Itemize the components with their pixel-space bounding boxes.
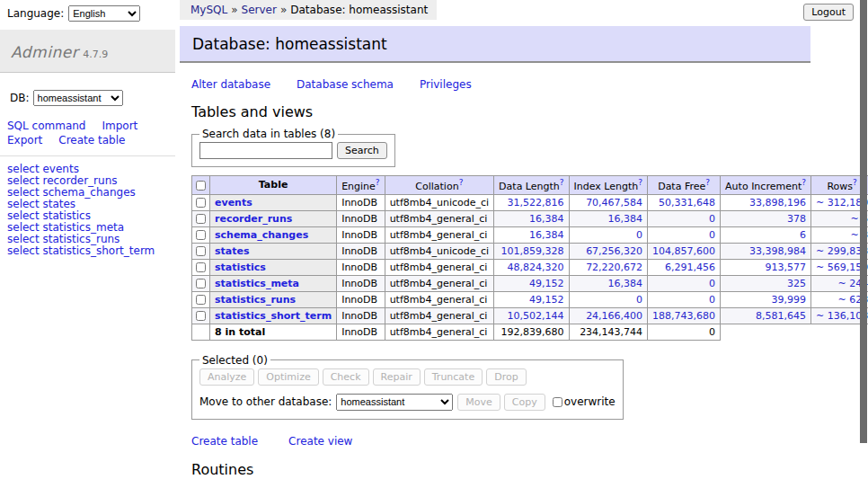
search-button[interactable]: Search [337, 142, 387, 159]
engine-cell: InnoDB [337, 291, 385, 307]
db-selector-row: DB:homeassistant [10, 90, 168, 106]
app-brand: Adminer4.7.9 [0, 30, 175, 73]
language-row: Language:English [0, 0, 175, 22]
action-link-database-schema[interactable]: Database schema [297, 78, 394, 91]
collation-cell: utf8mb4_unicode_ci [385, 194, 493, 210]
auto-increment-cell: 378 [721, 210, 811, 226]
total-engine-cell: InnoDB [337, 324, 385, 340]
logout-button[interactable]: Logout [803, 4, 854, 21]
search-input[interactable] [199, 142, 332, 159]
search-legend: Search data in tables (8) [199, 128, 338, 140]
sidebar-select-states[interactable]: select states [7, 199, 175, 210]
collation-cell: utf8mb4_unicode_ci [385, 243, 493, 259]
breadcrumb-separator: » [280, 4, 287, 16]
sidebar-select-statistics[interactable]: select statistics [7, 210, 175, 222]
index-length-cell: 16,384 [569, 210, 648, 226]
table-row: statistics_runsInnoDButf8mb4_general_ci4… [192, 291, 868, 307]
engine-cell: InnoDB [337, 275, 385, 291]
table-link-statistics_runs[interactable]: statistics_runs [215, 294, 296, 306]
table-row: schema_changesInnoDButf8mb4_general_ci16… [192, 226, 868, 243]
table-name-cell: statistics_short_term [210, 307, 337, 324]
index-length-cell: 0 [569, 291, 648, 307]
data-free-cell: 104,857,600 [648, 243, 721, 259]
vertical-scrollbar[interactable] [860, 0, 867, 443]
sidebar-link-sql-command[interactable]: SQL command [7, 120, 85, 132]
database-action-links: Alter databaseDatabase schemaPrivileges [191, 78, 810, 91]
action-link-privileges[interactable]: Privileges [420, 78, 472, 91]
help-question-icon[interactable]: ? [459, 178, 464, 187]
row-checkbox[interactable] [196, 214, 206, 224]
row-checkbox-cell [192, 259, 210, 275]
drop-button[interactable]: Drop [486, 368, 526, 386]
optimize-button[interactable]: Optimize [258, 368, 318, 386]
total-data-free-cell: 0 [648, 324, 721, 340]
sidebar-select-statistics_short_term[interactable]: select statistics_short_term [7, 245, 175, 257]
column-header-table: Table [210, 176, 337, 195]
breadcrumb-separator: » [231, 4, 237, 16]
table-link-statistics_short_term[interactable]: statistics_short_term [215, 310, 332, 322]
help-question-icon[interactable]: ? [705, 178, 710, 187]
analyze-button[interactable]: Analyze [199, 368, 254, 386]
help-question-icon[interactable]: ? [853, 178, 857, 187]
sidebar-link-create-table[interactable]: Create table [58, 134, 125, 146]
db-select[interactable]: homeassistant [33, 90, 123, 106]
table-link-events[interactable]: events [215, 197, 252, 209]
language-select[interactable]: English [68, 5, 140, 22]
truncate-button[interactable]: Truncate [424, 368, 483, 386]
breadcrumb: MySQL»Server»Database: homeassistant [180, 0, 437, 20]
help-question-icon[interactable]: ? [638, 178, 642, 187]
table-link-statistics[interactable]: statistics [215, 262, 266, 273]
routines-heading: Routines [191, 461, 810, 478]
table-link-states[interactable]: states [215, 245, 250, 257]
sidebar-select-statistics_runs[interactable]: select statistics_runs [7, 234, 175, 245]
move-db-select[interactable]: homeassistant [336, 394, 453, 411]
sidebar-link-export[interactable]: Export [7, 134, 42, 146]
repair-button[interactable]: Repair [373, 368, 421, 386]
data-length-cell: 16,384 [494, 226, 569, 243]
help-question-icon[interactable]: ? [560, 178, 564, 187]
row-checkbox[interactable] [196, 246, 206, 256]
row-checkbox[interactable] [196, 279, 206, 288]
table-link-recorder_runs[interactable]: recorder_runs [215, 213, 292, 225]
db-label: DB: [10, 92, 30, 104]
help-question-icon[interactable]: ? [802, 178, 806, 187]
overwrite-checkbox[interactable] [553, 397, 562, 407]
sidebar-select-statistics_meta[interactable]: select statistics_meta [7, 222, 175, 234]
row-checkbox[interactable] [196, 295, 206, 305]
engine-cell: InnoDB [337, 259, 385, 275]
sidebar-select-schema_changes[interactable]: select schema_changes [7, 187, 175, 199]
row-checkbox-cell [192, 275, 210, 291]
copy-button[interactable]: Copy [504, 394, 545, 411]
main-content: Alter databaseDatabase schemaPrivileges … [180, 78, 810, 488]
move-row: Move to other database:homeassistantMove… [199, 394, 616, 411]
breadcrumb-link-server[interactable]: Server [242, 4, 277, 16]
data-free-cell: 0 [648, 210, 721, 226]
link-create-table[interactable]: Create table [191, 435, 258, 448]
row-checkbox[interactable] [196, 311, 206, 321]
link-create-view[interactable]: Create view [288, 435, 352, 448]
row-checkbox[interactable] [196, 230, 206, 240]
breadcrumb-link-mysql[interactable]: MySQL [190, 4, 227, 16]
row-checkbox[interactable] [196, 198, 206, 208]
help-question-icon[interactable]: ? [376, 178, 380, 187]
column-header-collation: Collation? [385, 176, 493, 195]
row-checkbox-cell [192, 291, 210, 307]
move-button[interactable]: Move [457, 394, 500, 411]
sidebar-quick-links: SQL commandImportExportCreate table [7, 120, 168, 147]
action-link-alter-database[interactable]: Alter database [191, 78, 270, 91]
table-link-statistics_meta[interactable]: statistics_meta [215, 278, 299, 289]
column-header-engine: Engine? [337, 176, 385, 195]
data-length-cell: 16,384 [494, 210, 569, 226]
select-all-checkbox[interactable] [196, 181, 206, 191]
breadcrumb-current: Database: homeassistant [290, 4, 428, 16]
app-name: Adminer [11, 43, 78, 61]
row-checkbox[interactable] [196, 262, 206, 272]
engine-cell: InnoDB [337, 210, 385, 226]
data-length-cell: 49,152 [494, 291, 569, 307]
check-button[interactable]: Check [323, 368, 369, 386]
table-link-schema_changes[interactable]: schema_changes [215, 229, 308, 241]
data-free-cell: 0 [648, 275, 721, 291]
collation-cell: utf8mb4_general_ci [385, 307, 493, 324]
sidebar-link-import[interactable]: Import [102, 120, 137, 132]
index-length-cell: 72,220,672 [569, 259, 648, 275]
